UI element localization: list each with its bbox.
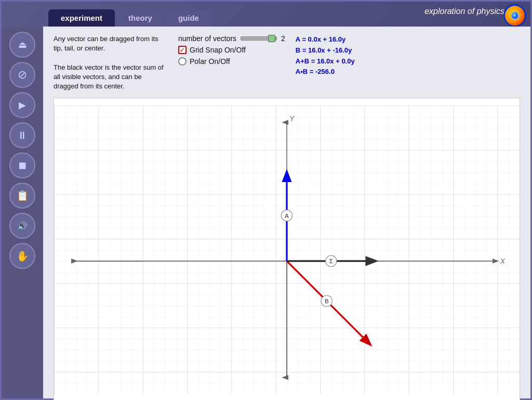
polar-radio[interactable] — [178, 57, 187, 66]
grid-snap-row[interactable]: ✓ Grid Snap On/Off — [178, 46, 246, 54]
pause-button[interactable]: ⏸ — [9, 122, 35, 148]
num-vectors-slider[interactable] — [241, 36, 277, 41]
vector-dot-value: A•B = -256.0 — [296, 67, 400, 78]
tab-experiment[interactable]: experiment — [48, 9, 115, 27]
vector-values: A = 0.0x + 16.0y B = 16.0x + -16.0y A+B … — [296, 34, 400, 78]
logo-inner — [511, 11, 519, 20]
num-vectors-value: 2 — [281, 34, 285, 43]
polar-label: Polar On/Off — [190, 57, 230, 66]
controls-section: number of vectors 2 ✓ Grid Snap On/Off P… — [178, 34, 285, 66]
play-button[interactable]: ▶ — [9, 92, 35, 118]
grid-snap-checkbox[interactable]: ✓ — [178, 46, 187, 54]
eject-button[interactable]: ⏏ — [9, 32, 35, 58]
grid-snap-label: Grid Snap On/Off — [190, 46, 246, 54]
sidebar: ⏏ ⊘ ▶ ⏸ ⏹ 📋 🔊 ✋ — [2, 27, 43, 398]
info-panel: Any vector can be dragged from its tip, … — [48, 32, 525, 94]
vector-canvas[interactable]: X Y A B Σ — [54, 98, 520, 400]
desc-line1: Any vector can be dragged from — [54, 35, 150, 43]
outer-frame: experiment theory guide exploration of p… — [0, 0, 532, 400]
hand-button[interactable]: ✋ — [9, 243, 35, 269]
num-vectors-row: number of vectors 2 — [178, 34, 285, 43]
slider-track[interactable] — [241, 36, 277, 41]
vector-sum-value: A+B = 16.0x + 0.0y — [296, 56, 400, 67]
main-content: Any vector can be dragged from its tip, … — [43, 27, 530, 398]
vector-A-value: A = 0.0x + 16.0y — [296, 34, 400, 45]
description-text: Any vector can be dragged from its tip, … — [54, 34, 168, 91]
tab-guide[interactable]: guide — [166, 9, 211, 27]
record-button[interactable]: ⊘ — [9, 62, 35, 88]
desc-line3: The black vector is the vector — [54, 63, 141, 71]
stop-button[interactable]: ⏹ — [9, 152, 35, 178]
svg-text:A: A — [285, 212, 289, 219]
brand-title: exploration of physics — [424, 7, 504, 16]
slider-thumb[interactable] — [268, 35, 275, 42]
logo-icon[interactable] — [503, 4, 526, 27]
volume-button[interactable]: 🔊 — [9, 213, 35, 239]
svg-text:B: B — [325, 298, 329, 304]
vector-B-value: B = 16.0x + -16.0y — [296, 45, 400, 56]
grid-area[interactable]: X Y A B Σ — [54, 98, 520, 400]
svg-text:Σ: Σ — [329, 257, 333, 264]
num-vectors-label: number of vectors — [178, 34, 236, 43]
tab-theory[interactable]: theory — [116, 9, 165, 27]
polar-row[interactable]: Polar On/Off — [178, 57, 230, 66]
bookmark-button[interactable]: 📋 — [9, 183, 35, 209]
svg-text:X: X — [500, 257, 506, 265]
